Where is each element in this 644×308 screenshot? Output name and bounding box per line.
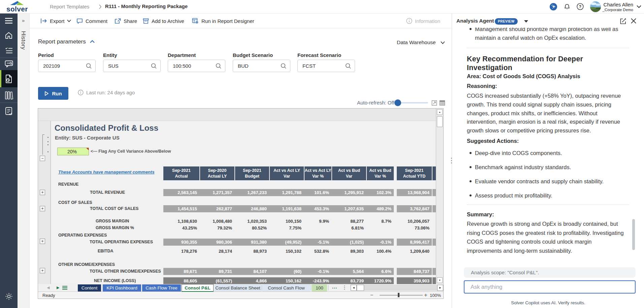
sidebar-item-reporting-active[interactable] [0,70,18,87]
zoom-slider-thumb[interactable] [398,293,399,297]
breadcrumb-chevron-icon [99,4,102,9]
last-run-status: Last run: 24 days ago [78,90,135,95]
menu-hamburger-icon[interactable] [0,18,18,24]
budget-scenario-input[interactable]: BUD [233,60,290,72]
column-header[interactable]: Sep-2021Budget [235,166,269,180]
tab-grip-dots[interactable]: ••• [344,285,345,290]
tab-scroll-left-icon[interactable]: ◀ [47,285,50,290]
auto-refresh-slider-knob[interactable] [394,99,401,106]
collapse-rail-button[interactable]: » [22,18,25,23]
horizontal-scrollbar[interactable]: ◀ [351,285,438,291]
zoom-out-button[interactable]: − [370,292,373,298]
table-row-total[interactable]: TOTAL OPERATING EXPENSES 930,355 980,306… [38,239,443,246]
forecast-scenario-lookup-icon[interactable] [345,63,351,69]
tab-scroll-right-icon[interactable]: ▶ [57,285,59,290]
sidebar-item-tasks[interactable] [0,47,18,54]
tab-consol-balance-sheet[interactable]: Consol Balance Sheet [214,284,261,291]
solver-logo[interactable]: solver [6,0,30,13]
h-scroll-left-button[interactable]: ◀ [351,285,357,291]
vertical-scrollbar[interactable]: ▲ ▼ [436,109,443,284]
zoom-in-button[interactable]: + [424,292,427,299]
ask-anything-field[interactable] [464,280,636,294]
vertical-scrollbar-thumb[interactable] [437,116,443,127]
forecast-scenario-input[interactable]: FCST [297,60,355,72]
table-row-detail[interactable]: GROSS MARGIN 1,108,630 1,008,480 1,020,3… [38,218,443,224]
entity-input[interactable]: SUS [103,60,161,72]
sidebar-item-home[interactable] [0,31,18,39]
budget-scenario-lookup-icon[interactable] [281,63,287,69]
column-header[interactable]: Sep-2021Actual YTD [397,166,432,180]
collapse-parameters-chevron-icon [90,40,95,43]
column-header[interactable]: Act vs BudVar % [367,166,394,180]
variance-flag-cell[interactable]: 20% [57,148,89,155]
sidebar-item-assistant[interactable] [0,60,18,68]
report-parameters-toggle[interactable]: Report parameters [38,38,95,45]
comment-button[interactable]: Comment [76,13,107,28]
tab-cash-flow-tree[interactable]: Cash Flow Tree [142,284,181,291]
column-header[interactable]: Act vs Act LYVar [270,166,304,180]
zoom-slider-track[interactable] [380,295,423,296]
new-chat-icon[interactable] [619,18,627,25]
user-menu-chevron-icon[interactable] [637,5,641,8]
panel-resize-handle[interactable]: ••• [450,157,453,166]
tab-consol-pl-selected[interactable]: Consol P&L [182,284,214,292]
agent-menu-caret-icon[interactable] [524,20,528,23]
management-comments-link[interactable]: These Accounts have management comments [58,170,155,175]
help-icon[interactable]: ? [577,3,584,10]
tab-consol-cash-flow[interactable]: Consol Cash Flow [262,284,310,291]
data-warehouse-dropdown[interactable]: Data Warehouse [397,39,445,45]
tab-content[interactable]: Content [78,284,101,291]
department-lookup-icon[interactable] [216,63,222,69]
tab-100[interactable]: 100 [312,284,327,291]
history-rail-label[interactable]: History [20,31,27,50]
share-button[interactable]: Share [115,13,137,28]
horizontal-scrollbar-thumb[interactable] [357,285,364,291]
sheet-tab-bar: ◀ ▶ Content KPI Dashboard Cash Flow Tree… [38,284,443,291]
tab-list-icon[interactable] [62,286,67,290]
table-row-net-income[interactable]: NET INCOME (LOSS) 88,605 (61,557) 4,866 … [38,277,443,284]
entity-lookup-icon[interactable] [151,63,157,69]
sidebar-item-library[interactable] [0,91,18,100]
panel-scrollbar-thumb[interactable] [632,219,635,250]
auto-refresh-slider-track[interactable] [398,102,428,103]
table-row-detail[interactable]: GROSS MARGIN % 43.25% 79.32% 80.52% 7.75… [38,225,443,231]
data-grid-icon[interactable] [439,100,445,106]
tab-kpi-dashboard[interactable]: KPI Dashboard [103,284,141,291]
user-name[interactable]: Charles Allen [604,2,633,7]
breadcrumb-parent[interactable]: Report Templates [50,4,89,9]
column-header[interactable]: Sep-2021Actual [163,166,199,180]
department-input[interactable]: 100:500 [168,60,225,72]
add-to-archive-button[interactable]: Add to Archive [143,13,184,28]
table-row-total[interactable]: TOTAL REVENUE 2,563,145 1,271,357 1,267,… [38,189,443,196]
settings-gear-icon[interactable] [0,292,18,301]
export-button[interactable]: Export [40,13,71,28]
run-in-report-designer-button[interactable]: Run in Report Designer [192,13,254,28]
scroll-down-button[interactable]: ▼ [437,277,443,283]
divider [467,205,629,205]
column-header[interactable]: Act vs Act LYVar % [304,166,331,180]
sheet-top-strip [38,109,443,121]
scroll-up-button[interactable]: ▲ [437,109,443,115]
column-header[interactable]: Sep-2020Actual LY [200,166,234,180]
copilot-icon[interactable] [550,3,557,10]
table-row-total[interactable]: TOTAL COST OF SALES 1,454,515 262,877 24… [38,205,443,212]
run-button[interactable]: Run [38,87,68,100]
avatar[interactable] [590,1,601,12]
sidebar-item-documents[interactable] [0,107,18,116]
collapse-outline-button[interactable]: − [40,156,45,161]
agent-suggested-actions-label: Suggested Actions: [467,138,519,144]
information-button[interactable]: Information [406,13,440,28]
period-input[interactable]: 202109 [38,60,96,72]
h-scroll-right-button[interactable]: ▶ [437,285,443,291]
open-in-new-icon[interactable] [431,100,437,106]
variance-flag-note: <--- Flag Any Cell Variance Above/Below [91,149,171,154]
close-panel-icon[interactable] [630,18,637,24]
more-tabs-button[interactable]: ... [332,284,337,289]
period-lookup-icon[interactable] [86,63,92,69]
table-row-total[interactable]: TOTAL OTHER INCOME/EXPENSES 89,671 89,73… [38,268,443,275]
column-header[interactable]: Act vs BudVar [332,166,366,180]
notifications-bell-icon[interactable] [564,3,571,10]
ask-anything-input[interactable] [471,282,629,291]
table-row-detail[interactable]: EBITDA 178,276 28,174 88,973 150,102 532… [38,248,443,254]
archive-icon [143,18,149,24]
